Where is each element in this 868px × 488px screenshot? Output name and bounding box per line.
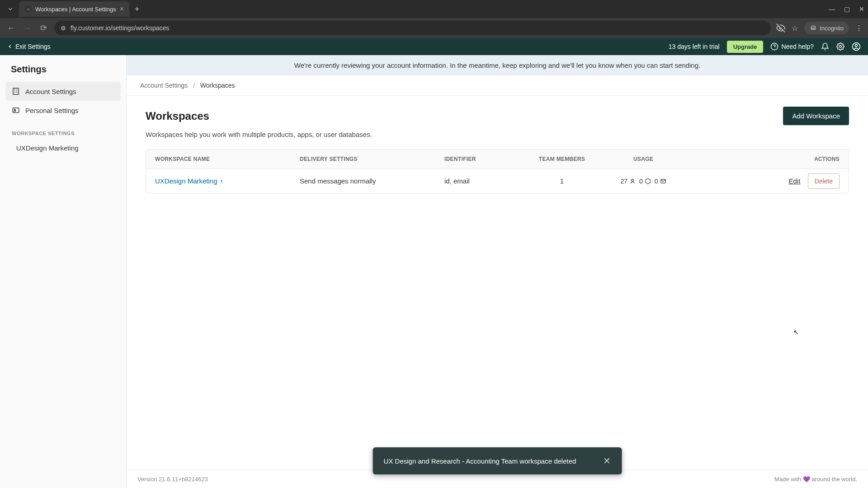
toast-close-icon[interactable]: ✕ — [603, 455, 611, 466]
table-header-row: WORKSPACE NAME DELIVERY SETTINGS IDENTIF… — [146, 150, 849, 169]
tab-close-icon[interactable]: × — [120, 5, 124, 13]
svg-rect-8 — [13, 88, 19, 94]
app-container: Exit Settings 13 days left in trial Upgr… — [0, 38, 868, 488]
page-title: Workspaces — [146, 110, 209, 122]
menu-icon[interactable]: ⋮ — [855, 24, 863, 33]
envelope-icon — [660, 178, 666, 184]
breadcrumb-root-link[interactable]: Account Settings — [140, 82, 188, 89]
content-area: Workspaces Add Workspace Workspaces help… — [127, 96, 868, 488]
col-header-members: TEAM MEMBERS — [526, 156, 598, 162]
cell-actions: Edit Delete — [689, 177, 840, 185]
usage-people-stat: 27 — [620, 178, 636, 185]
tab-favicon: ○ — [24, 5, 32, 13]
svg-point-17 — [632, 179, 634, 181]
browser-tab-bar: ○ Workspaces | Account Settings × + — ▢ … — [0, 0, 868, 18]
toast-message: UX Design and Research - Accounting Team… — [384, 457, 576, 465]
cell-workspace-name: UXDesign Marketing — [155, 177, 300, 185]
cell-usage: 27 0 — [598, 178, 689, 185]
info-banner: We're currently reviewing your account i… — [127, 55, 868, 75]
breadcrumb: Account Settings / Workspaces — [127, 75, 868, 96]
user-avatar-icon[interactable] — [852, 42, 861, 51]
people-icon — [629, 178, 636, 184]
forward-button[interactable]: → — [22, 23, 33, 33]
svg-point-5 — [840, 46, 842, 48]
maximize-icon[interactable]: ▢ — [844, 5, 850, 13]
tracking-icon[interactable] — [776, 23, 785, 33]
notification-bell-icon[interactable] — [821, 42, 829, 51]
usage-segment-stat: 0 — [639, 178, 651, 185]
sidebar-item-personal-settings[interactable]: Personal Settings — [5, 101, 121, 120]
sidebar-section-header: WORKSPACE SETTINGS — [5, 120, 121, 140]
sidebar: Settings Account Settings Personal Setti… — [0, 55, 127, 488]
version-text: Version 21.6.11+b8214623 — [137, 476, 208, 483]
tab-title: Workspaces | Account Settings — [35, 6, 116, 13]
made-with-text: Made with 💜 around the world. — [774, 476, 857, 483]
address-bar[interactable]: ⚙ fly.customer.io/settings/workspaces — [54, 21, 771, 35]
edit-link[interactable]: Edit — [789, 177, 801, 185]
app-header: Exit Settings 13 days left in trial Upgr… — [0, 38, 868, 55]
incognito-badge[interactable]: Incognito — [804, 22, 849, 34]
exit-settings-label: Exit Settings — [15, 43, 51, 50]
page-description: Workspaces help you work with multiple p… — [146, 131, 849, 138]
sidebar-workspace-item[interactable]: UXDesign Marketing — [5, 140, 121, 156]
made-with-suffix: around the world. — [812, 476, 857, 483]
toast-notification: UX Design and Research - Accounting Team… — [373, 447, 622, 474]
usage-people-value: 27 — [620, 178, 627, 185]
need-help-link[interactable]: Need help? — [770, 42, 814, 51]
settings-gear-icon[interactable] — [836, 42, 844, 51]
delete-button[interactable]: Delete — [808, 174, 840, 189]
browser-toolbar: ← → ⟳ ⚙ fly.customer.io/settings/workspa… — [0, 18, 868, 38]
window-controls: — ▢ ✕ — [829, 5, 864, 13]
table-row: UXDesign Marketing Send messages normall… — [146, 169, 849, 193]
cell-identifier: id, email — [444, 177, 526, 185]
main-content: We're currently reviewing your account i… — [127, 55, 868, 488]
upgrade-button[interactable]: Upgrade — [727, 41, 764, 53]
svg-rect-15 — [13, 108, 19, 113]
cell-delivery: Send messages normally — [300, 177, 444, 185]
workspace-name-text: UXDesign Marketing — [155, 177, 217, 185]
usage-segment-value: 0 — [639, 178, 643, 185]
exit-settings-link[interactable]: Exit Settings — [7, 43, 51, 50]
incognito-label: Incognito — [820, 25, 844, 32]
cube-icon — [645, 178, 651, 184]
sidebar-item-account-settings[interactable]: Account Settings — [5, 82, 121, 101]
breadcrumb-current: Workspaces — [200, 82, 235, 89]
col-header-delivery: DELIVERY SETTINGS — [300, 156, 444, 162]
person-card-icon — [12, 106, 20, 114]
col-header-name: WORKSPACE NAME — [155, 156, 300, 162]
heart-icon: 💜 — [803, 476, 810, 483]
content-header: Workspaces Add Workspace — [146, 107, 849, 125]
usage-email-value: 0 — [655, 178, 658, 185]
cell-members: 1 — [526, 177, 598, 185]
col-header-identifier: IDENTIFIER — [444, 156, 526, 162]
breadcrumb-separator: / — [193, 82, 195, 89]
url-text: fly.customer.io/settings/workspaces — [71, 24, 169, 32]
minimize-icon[interactable]: — — [829, 5, 835, 13]
incognito-icon — [810, 24, 817, 32]
building-icon — [12, 87, 20, 95]
new-tab-button[interactable]: + — [135, 5, 140, 14]
workspace-name-link[interactable]: UXDesign Marketing — [155, 177, 224, 185]
usage-email-stat: 0 — [655, 178, 666, 185]
browser-tab[interactable]: ○ Workspaces | Account Settings × — [19, 1, 129, 17]
svg-point-1 — [811, 28, 813, 29]
svg-point-16 — [14, 109, 15, 111]
made-with-prefix: Made with — [774, 476, 803, 483]
svg-point-7 — [855, 44, 858, 47]
tab-search-dropdown[interactable] — [4, 2, 17, 16]
add-workspace-button[interactable]: Add Workspace — [783, 107, 849, 125]
app-body: Settings Account Settings Personal Setti… — [0, 55, 868, 488]
bookmark-icon[interactable]: ☆ — [792, 24, 798, 33]
close-window-icon[interactable]: ✕ — [859, 5, 864, 13]
reload-button[interactable]: ⟳ — [38, 23, 49, 33]
chevron-left-icon — [7, 44, 13, 49]
help-icon — [770, 42, 778, 51]
need-help-label: Need help? — [781, 43, 814, 50]
col-header-usage: USAGE — [598, 156, 689, 162]
trial-days-text: 13 days left in trial — [669, 43, 720, 50]
site-info-icon[interactable]: ⚙ — [61, 25, 66, 32]
sidebar-title: Settings — [5, 64, 121, 82]
col-header-actions: ACTIONS — [689, 156, 840, 162]
back-button[interactable]: ← — [5, 23, 16, 33]
workspaces-table: WORKSPACE NAME DELIVERY SETTINGS IDENTIF… — [146, 149, 849, 193]
